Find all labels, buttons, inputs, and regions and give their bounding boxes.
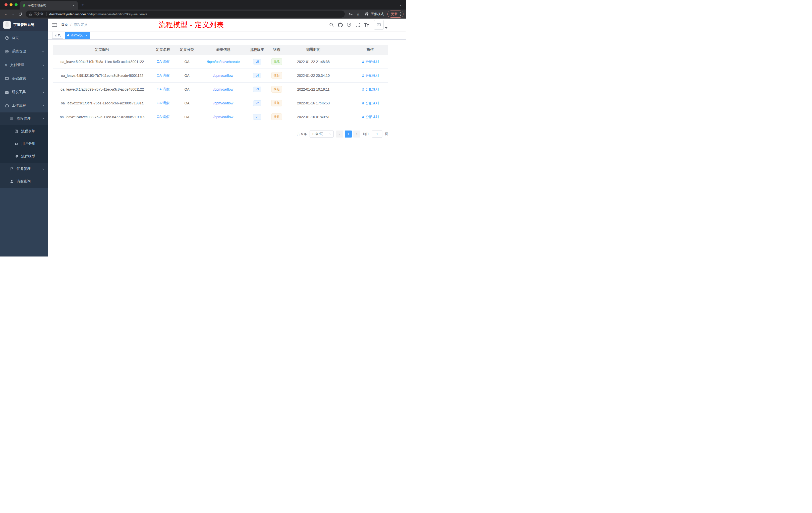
user-avatar-dropdown[interactable] [374,20,387,30]
security-label: 不安全 [34,12,44,16]
tag-process-definition[interactable]: 流程定义 × [65,32,90,39]
assign-rule-link[interactable]: 分配规则 [361,59,379,64]
sidebar-item-process-model[interactable]: 流程模型 [0,150,48,163]
col-deploy-time: 部署时间 [287,45,340,55]
col-filler [340,45,352,55]
breadcrumb: 首页 / 流程定义 [61,23,88,27]
definition-name-link[interactable]: OA 请假 [157,87,170,91]
cell-deploy-time: 2022-01-22 20:34:10 [287,68,340,82]
reload-button[interactable] [17,10,24,18]
sidebar-item-task-management[interactable]: 任务管理 [0,163,48,175]
address-bar[interactable]: 不安全 dashboard.yudao.iocoder.cn/bpm/manag… [26,10,345,18]
sidebar-item-process-management[interactable]: 流程管理 [0,113,48,125]
window-close-button[interactable] [4,3,7,6]
definition-name-link[interactable]: OA 请假 [157,101,170,105]
definition-name-link[interactable]: OA 请假 [157,115,170,119]
font-size-icon[interactable] [364,22,369,28]
person-icon [361,88,365,91]
sidebar-item-workflow[interactable]: 工作流程 [0,99,48,113]
status-badge: 挂起 [271,72,282,79]
form-link[interactable]: /bpm/oa/flow [213,115,233,119]
person-icon [10,180,13,183]
sidebar-item-label: 系统管理 [12,49,26,54]
fullscreen-icon[interactable] [355,22,360,28]
cell-filler [340,68,352,82]
browser-toolbar: ← → 不安全 dashboard.yudao.iocoder.cn/bpm/m… [0,9,406,19]
assign-rule-link[interactable]: 分配规则 [361,73,379,78]
breadcrumb-current: 流程定义 [74,23,88,27]
user-avatar[interactable] [374,20,384,30]
window-zoom-button[interactable] [14,3,18,6]
col-definition-category: 定义分类 [175,45,199,55]
chrome-update-button[interactable]: 更新 [387,10,404,18]
toolbox-icon [5,90,9,94]
page-number-button[interactable]: 1 [345,130,352,138]
sidebar-item-system[interactable]: 系统管理 [0,45,48,58]
cell-deploy-time: 2022-01-22 21:48:38 [287,55,340,68]
sidebar-item-process-form[interactable]: 流程表单 [0,125,48,138]
col-form-info: 表单信息 [199,45,248,55]
sidebar-item-leave-query[interactable]: 请假查询 [0,175,48,188]
browser-menu-dots-icon[interactable] [400,12,401,16]
prev-page-button[interactable]: ‹ [336,130,343,138]
browser-tab[interactable]: 芋道管理系统 × [20,1,78,9]
table-header-row: 定义编号 定义名称 定义分类 表单信息 流程版本 状态 部署时间 操作 [53,45,388,55]
chevron-up-icon [42,104,45,107]
cell-deploy-time: 2022-01-16 17:46:53 [287,96,340,110]
assign-rule-link[interactable]: 分配规则 [361,87,379,92]
cell-filler [340,110,352,124]
tag-home[interactable]: 首页 [52,32,63,39]
status-badge: 激活 [271,58,282,65]
help-icon[interactable] [346,22,352,28]
window-minimize-button[interactable] [9,3,12,6]
tag-label: 流程定义 [71,33,83,37]
assign-rule-label: 分配规则 [366,101,379,105]
forward-button[interactable]: → [9,10,17,18]
assign-rule-label: 分配规则 [366,73,379,78]
assign-rule-link[interactable]: 分配规则 [361,115,379,119]
form-link[interactable]: /bpm/oa/flow [213,73,233,78]
goto-page-input[interactable] [372,130,382,138]
incognito-badge: 无痕模式 [364,12,384,17]
assign-rule-link[interactable]: 分配规则 [361,101,379,105]
navbar-actions [329,20,406,30]
tag-close-icon[interactable]: × [85,34,87,37]
sidebar-item-payment[interactable]: ¥ 支付管理 [0,58,48,72]
col-status: 状态 [267,45,287,55]
form-link[interactable]: /bpm/oa/leave/create [207,60,240,64]
github-icon[interactable] [338,22,343,28]
chevron-down-icon [42,50,45,53]
bookmark-star-icon[interactable]: ☆ [354,10,362,18]
search-icon[interactable] [329,22,334,28]
back-button[interactable]: ← [2,10,9,18]
person-icon [361,102,365,105]
sidebar-item-label: 基础设施 [12,76,26,81]
definition-name-link[interactable]: OA 请假 [157,73,170,77]
sidebar-item-label: 任务管理 [17,167,31,171]
sidebar-item-home[interactable]: 首页 [0,31,48,45]
tab-close-icon[interactable]: × [71,3,75,7]
breadcrumb-home[interactable]: 首页 [61,23,68,27]
app-logo-avatar [3,21,11,29]
next-page-button[interactable]: › [353,130,360,138]
page-size-select[interactable]: 10条/页 [310,130,334,138]
sidebar-item-infrastructure[interactable]: 基础设施 [0,72,48,85]
new-tab-button[interactable]: + [81,2,84,7]
sidebar-collapse-hamburger-icon[interactable] [48,19,61,31]
definition-name-link[interactable]: OA 请假 [157,59,170,63]
password-key-icon[interactable] [347,10,354,18]
incognito-icon [364,12,369,17]
chevron-up-icon [42,117,45,120]
person-icon [361,116,365,118]
sidebar-item-user-group[interactable]: 用户分组 [0,138,48,150]
content-area: 首页 / 流程定义 流程模型 - 定义列表 首页 [48,19,406,256]
main-panel: 定义编号 定义名称 定义分类 表单信息 流程版本 状态 部署时间 操作 oa_l… [48,40,406,256]
person-icon [361,74,365,77]
sidebar-item-devtools[interactable]: 研发工具 [0,85,48,99]
form-link[interactable]: /bpm/oa/flow [213,87,233,91]
sidebar-item-label: 流程管理 [17,117,31,121]
url-text: dashboard.yudao.iocoder.cn/bpm/manager/d… [49,12,147,16]
form-link[interactable]: /bpm/oa/flow [213,101,233,105]
table-row: oa_leave:1:482ec033-762a-11ec-8477-a2380… [53,110,388,124]
tab-search-chevron-icon[interactable] [399,4,402,7]
